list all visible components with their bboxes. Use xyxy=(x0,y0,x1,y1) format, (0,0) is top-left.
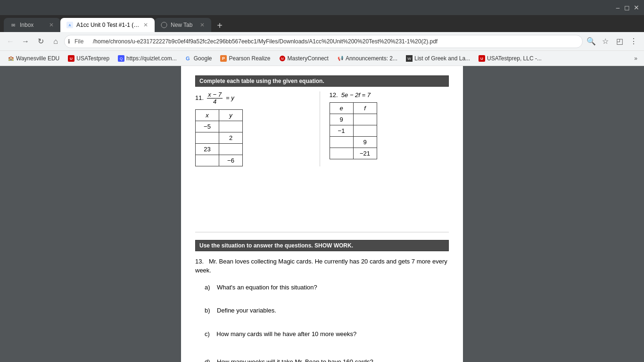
maximize-button[interactable]: ◻ xyxy=(623,4,631,11)
tab-close-newtab[interactable]: ✕ xyxy=(199,21,206,29)
bookmark-favicon-greek: W xyxy=(406,55,413,62)
close-button[interactable]: ✕ xyxy=(633,4,640,11)
table-11-r4c1 xyxy=(196,155,219,166)
section2-header-text: Use the situation to answer the question… xyxy=(199,242,353,249)
home-button[interactable]: ⌂ xyxy=(49,35,62,48)
reload-button[interactable]: ↻ xyxy=(34,35,47,48)
subquestion-d-letter: d) xyxy=(205,358,210,362)
table-11-r4c2: −6 xyxy=(219,155,243,166)
bookmark-usatestprep2[interactable]: U USATestprep, LLC -... xyxy=(475,53,545,64)
tab-favicon-inbox: ✉ xyxy=(9,21,17,29)
subquestion-d: d) How many weeks will it take Mr. Bean … xyxy=(205,357,449,362)
svg-text:W: W xyxy=(407,57,411,61)
svg-text:U: U xyxy=(70,57,73,61)
subquestion-c: c) How many cards will he have after 10 … xyxy=(205,329,449,339)
bookmark-favicon-pearson: P xyxy=(220,55,227,62)
tab-close-pdf[interactable]: ✕ xyxy=(142,21,149,29)
table-12-r3c1 xyxy=(330,137,353,148)
bookmark-pearson[interactable]: P Pearson Realize xyxy=(216,53,274,64)
table-row: −21 xyxy=(330,148,377,159)
table-11-r2c2: 2 xyxy=(219,132,243,143)
tab-title-inbox: Inbox xyxy=(20,22,45,28)
problem-11: 11. x − 7 4 = y xyxy=(195,91,320,166)
bookmark-label-waynesville: Waynesville EDU xyxy=(16,55,59,62)
address-bar-container: ℹ File xyxy=(64,35,583,48)
extensions-button[interactable]: ◰ xyxy=(613,35,626,48)
search-button[interactable]: 🔍 xyxy=(585,35,598,48)
problem-13: 13. Mr. Bean loves collecting Magic card… xyxy=(195,257,449,275)
problem-12: 12. 5e − 2f = 7 e f 9 −1 xyxy=(320,91,449,166)
tab-newtab[interactable]: New Tab ✕ xyxy=(155,18,211,32)
problem-11-label: 11. x − 7 4 = y xyxy=(195,91,315,106)
bookmarks-more-button[interactable]: » xyxy=(631,53,640,64)
new-tab-button[interactable]: + xyxy=(213,19,226,32)
table-11-r2c1 xyxy=(196,132,219,143)
bookmark-favicon-waynesville: 🏫 xyxy=(8,55,14,62)
tab-title-pdf: A1cc Unit 0 Test #1-1 (2).pdf xyxy=(76,22,140,28)
table-12-r1c2 xyxy=(353,114,377,125)
problem-11-number: 11. xyxy=(195,94,206,101)
table-12-r2c2 xyxy=(353,125,377,137)
toolbar: ← → ↻ ⌂ ℹ File 🔍 ☆ ◰ ⋮ xyxy=(0,32,644,51)
problem-11-table: x y −5 2 23 xyxy=(195,109,243,166)
back-button[interactable]: ← xyxy=(4,35,17,48)
bookmark-greek[interactable]: W List of Greek and La... xyxy=(402,53,474,64)
svg-text:A: A xyxy=(69,24,71,27)
table-row: 23 xyxy=(196,143,243,155)
table-row: −1 xyxy=(330,125,377,137)
bookmark-favicon-announcements: 📢 xyxy=(337,55,344,62)
table-11-r3c2 xyxy=(219,143,243,155)
table-row: −6 xyxy=(196,155,243,166)
bookmark-quizlet[interactable]: Q https://quizlet.com... xyxy=(114,53,181,64)
subquestion-b: b) Define your variables. xyxy=(205,306,449,315)
bookmark-button[interactable]: ☆ xyxy=(599,35,612,48)
bookmark-favicon-google: G xyxy=(185,55,192,62)
bookmark-label-google: Google xyxy=(194,55,212,62)
table-12-r4c2: −21 xyxy=(353,148,377,159)
svg-point-2 xyxy=(161,22,167,28)
tab-favicon-newtab xyxy=(160,21,168,29)
bookmark-label-masteryconnect: MasteryConnect xyxy=(288,55,329,62)
minimize-button[interactable]: ‒ xyxy=(614,4,621,11)
tab-close-inbox[interactable]: ✕ xyxy=(48,21,55,29)
problem-12-label: 12. 5e − 2f = 7 xyxy=(330,91,449,99)
subquestion-c-letter: c) xyxy=(205,330,210,337)
table-11-r1c2 xyxy=(219,121,243,132)
table-12-header-f: f xyxy=(353,103,377,114)
bookmark-google[interactable]: G Google xyxy=(182,53,216,64)
tab-favicon-pdf: A xyxy=(66,21,74,29)
tab-title-newtab: New Tab xyxy=(171,22,196,28)
pdf-page: Complete each table using the given equa… xyxy=(181,66,463,362)
problem-12-table: e f 9 −1 9 xyxy=(330,102,377,159)
bookmark-favicon-usatestprep2: U xyxy=(479,55,485,62)
subquestion-d-text: How many weeks will it take Mr. Bean to … xyxy=(217,358,373,362)
tab-inbox[interactable]: ✉ Inbox ✕ xyxy=(4,18,60,32)
title-bar: ‒ ◻ ✕ xyxy=(0,0,644,15)
tab-pdf[interactable]: A A1cc Unit 0 Test #1-1 (2).pdf ✕ xyxy=(60,18,155,32)
bookmark-favicon-quizlet: Q xyxy=(118,55,124,62)
bookmark-label-announcements: Announcements: 2... xyxy=(346,55,397,62)
table-row: 9 xyxy=(330,137,377,148)
problem-13-text: Mr. Bean loves collecting Magic cards. H… xyxy=(195,258,447,274)
table-row: 2 xyxy=(196,132,243,143)
subquestion-a: a) What's an equation for this situation… xyxy=(205,283,449,292)
address-input[interactable] xyxy=(64,35,583,48)
subquestion-c-text: How many cards will he have after 10 mor… xyxy=(216,330,356,337)
bookmark-waynesville[interactable]: 🏫 Waynesville EDU xyxy=(4,53,63,64)
bookmark-usatestprep[interactable]: U USATestprep xyxy=(64,53,113,64)
bookmark-masteryconnect[interactable]: M MasteryConnect xyxy=(275,53,332,64)
bookmarks-bar: 🏫 Waynesville EDU U USATestprep Q https:… xyxy=(0,51,644,66)
work-space-1 xyxy=(195,176,449,232)
forward-button[interactable]: → xyxy=(19,35,32,48)
bookmark-announcements[interactable]: 📢 Announcements: 2... xyxy=(333,53,401,64)
subquestion-a-letter: a) xyxy=(205,284,210,291)
bookmark-favicon-usatestprep: U xyxy=(68,55,74,62)
table-12-r3c2: 9 xyxy=(353,137,377,148)
menu-button[interactable]: ⋮ xyxy=(627,35,640,48)
problem-11-equation: x − 7 4 = y xyxy=(207,94,234,101)
svg-text:Q: Q xyxy=(120,57,123,61)
problem-12-number: 12. xyxy=(330,91,340,99)
table-11-r3c1: 23 xyxy=(196,143,219,155)
bookmark-label-quizlet: https://quizlet.com... xyxy=(126,55,177,62)
table-row: −5 xyxy=(196,121,243,132)
